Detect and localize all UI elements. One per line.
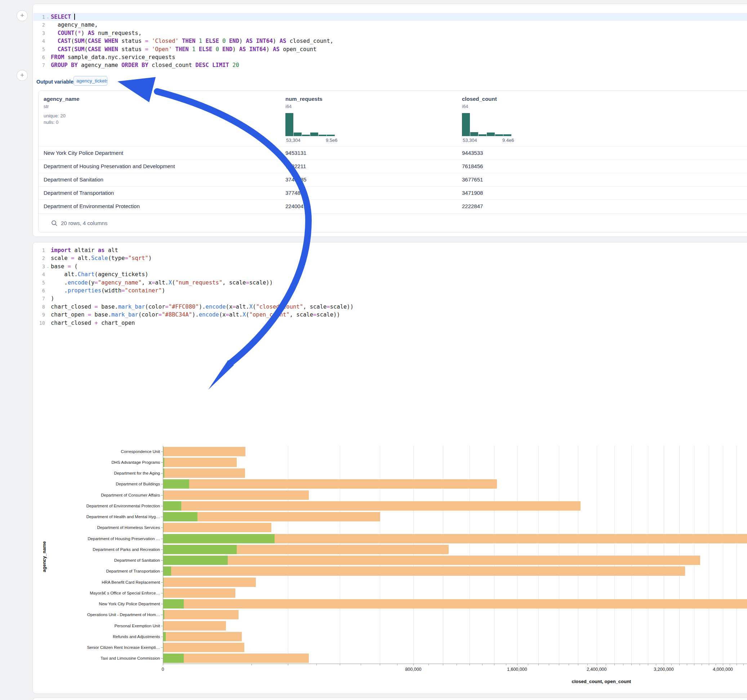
y-axis-label: Taxi and Limousine Commission: [45, 656, 160, 661]
line-number: 5: [33, 45, 45, 53]
y-axis-tick: [161, 604, 163, 604]
y-axis-label: Department of Transportation: [45, 569, 160, 573]
open_count-bar[interactable]: [163, 501, 181, 511]
closed_count-bar[interactable]: [163, 632, 242, 641]
active-line-highlight: [33, 13, 747, 21]
table-row[interactable]: Department of Sanitation37494853677651: [39, 173, 747, 186]
sql-cell: 1⌄SELECT 2 agency_name,3 COUNT(*) AS num…: [32, 4, 747, 237]
table-header: agency_namestrunique: 20nulls: 0num_requ…: [39, 91, 747, 146]
closed_count-bar[interactable]: [163, 447, 245, 456]
closed_count-bar[interactable]: [163, 501, 581, 511]
closed_count-bar[interactable]: [163, 653, 309, 663]
closed_count-bar[interactable]: [163, 468, 245, 478]
code-text: agency_name,: [51, 21, 98, 29]
y-axis-label: Department of Parks and Recreation: [45, 547, 160, 552]
open_count-bar[interactable]: [163, 479, 189, 489]
closed_count-bar[interactable]: [163, 458, 237, 467]
add-cell-button-output[interactable]: +: [17, 70, 28, 81]
histogram-max-label: 9.5e6: [326, 137, 338, 143]
code-line[interactable]: 4 CAST(SUM(CASE WHEN status = 'Closed' T…: [33, 37, 747, 45]
column-header[interactable]: agency_name: [44, 96, 79, 102]
python-cell: 1import altair as alt2scale = alt.Scale(…: [32, 242, 747, 694]
column-header[interactable]: closed_count: [462, 96, 497, 102]
closed_count-bar[interactable]: [163, 588, 235, 598]
table-row[interactable]: Department of Housing Preservation and D…: [39, 160, 747, 173]
gridline: [664, 446, 664, 664]
y-axis-tick: [161, 528, 163, 528]
code-line[interactable]: 1⌄SELECT: [33, 13, 747, 21]
open_count-bar[interactable]: [163, 588, 163, 598]
open_count-bar[interactable]: [163, 447, 163, 456]
x-axis-label: 0: [141, 667, 184, 672]
open_count-bar[interactable]: [163, 556, 228, 565]
code-text: GROUP BY agency_name ORDER BY closed_cou…: [51, 61, 239, 69]
y-axis-tick: [161, 637, 163, 637]
table-cell: 3774892: [286, 187, 306, 199]
code-line[interactable]: 5 CAST(SUM(CASE WHEN status = 'Open' THE…: [33, 45, 747, 53]
results-table: agency_namestrunique: 20nulls: 0num_requ…: [38, 91, 747, 232]
y-axis-label: Department of Consumer Affairs: [45, 493, 160, 497]
y-axis-tick: [161, 462, 163, 463]
gridline: [736, 446, 737, 664]
open_count-bar[interactable]: [163, 566, 171, 576]
table-row[interactable]: New York City Police Department945313194…: [39, 146, 747, 160]
y-axis-label: Personal Exemption Unit: [45, 624, 160, 628]
closed_count-bar[interactable]: [163, 621, 226, 631]
code-line[interactable]: 6FROM sample_data.nyc.service_requests: [33, 53, 747, 61]
code-line[interactable]: 2 agency_name,: [33, 21, 747, 29]
gridline: [597, 446, 597, 664]
gridline: [694, 446, 694, 664]
collapse-caret-icon[interactable]: ⌄: [47, 15, 49, 19]
gridline: [380, 446, 380, 664]
add-cell-button-top[interactable]: +: [17, 10, 28, 21]
y-axis-label: New York City Police Department: [45, 602, 160, 606]
sql-editor[interactable]: 1⌄SELECT 2 agency_name,3 COUNT(*) AS num…: [33, 13, 747, 69]
open_count-bar[interactable]: [163, 599, 184, 608]
open_count-bar[interactable]: [163, 632, 166, 641]
gridline: [413, 446, 414, 664]
gridline: [494, 446, 494, 664]
closed_count-bar[interactable]: [163, 599, 747, 608]
closed_count-bar[interactable]: [163, 479, 497, 489]
closed_count-bar[interactable]: [163, 643, 244, 652]
output-variable-pill[interactable]: agency_tickets: [74, 76, 107, 86]
open_count-bar[interactable]: [163, 643, 163, 652]
closed_count-bar[interactable]: [163, 610, 239, 619]
closed_count-bar[interactable]: [163, 566, 685, 576]
table-cell: Department of Sanitation: [44, 173, 103, 186]
search-icon[interactable]: [51, 220, 58, 227]
closed_count-bar[interactable]: [163, 578, 256, 587]
y-axis-tick: [161, 571, 163, 572]
closed_count-bar[interactable]: [163, 556, 700, 565]
closed_count-bar[interactable]: [163, 490, 309, 500]
open_count-bar[interactable]: [163, 610, 164, 619]
y-axis-label: Department of Homeless Services: [45, 525, 160, 530]
open_count-bar[interactable]: [163, 468, 164, 478]
code-line[interactable]: 3 COUNT(*) AS num_requests,: [33, 29, 747, 37]
open_count-bar[interactable]: [163, 458, 164, 467]
column-header[interactable]: num_requests: [286, 96, 322, 102]
y-axis-tick: [161, 473, 163, 474]
code-line[interactable]: 7GROUP BY agency_name ORDER BY closed_co…: [33, 61, 747, 69]
y-axis-tick: [161, 582, 163, 582]
open_count-bar[interactable]: [163, 653, 184, 663]
gridline: [288, 446, 288, 664]
y-axis-label: Department of Health and Mental Hyg…: [45, 514, 160, 519]
open_count-bar[interactable]: [163, 621, 163, 631]
gridline: [709, 446, 709, 664]
open_count-bar[interactable]: [163, 545, 237, 554]
column-stat: unique: 20: [44, 113, 66, 118]
x-axis-title: closed_count, open_count: [572, 679, 631, 684]
open_count-bar[interactable]: [163, 534, 275, 543]
open_count-bar[interactable]: [163, 523, 163, 532]
open_count-bar[interactable]: [163, 490, 163, 500]
open_count-bar[interactable]: [163, 512, 198, 521]
x-axis-line: [163, 664, 747, 664]
y-axis-label: Department of Sanitation: [45, 558, 160, 563]
table-row[interactable]: Department of Transportation377489234719…: [39, 186, 747, 199]
table-row[interactable]: Department of Environmental Protection22…: [39, 199, 747, 213]
gridline: [559, 446, 559, 664]
closed_count-bar[interactable]: [163, 523, 271, 532]
y-axis-tick: [161, 495, 163, 495]
open_count-bar[interactable]: [163, 578, 163, 587]
